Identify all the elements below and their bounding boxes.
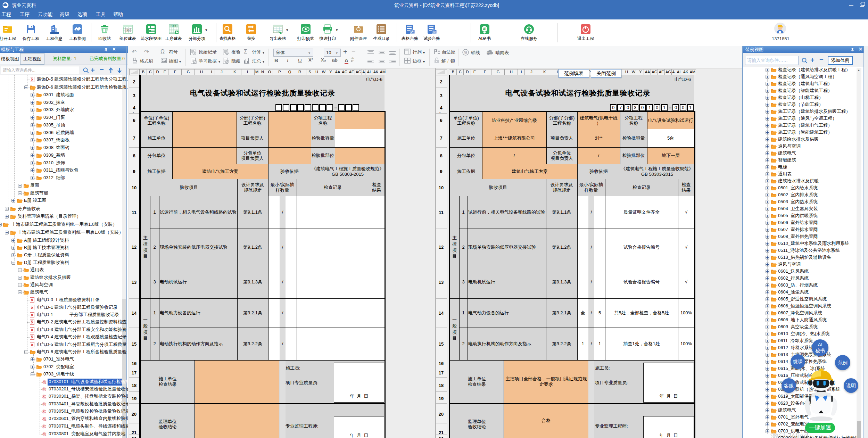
svg-text:部: 部 [126, 28, 130, 32]
svg-text:检: 检 [42, 432, 47, 437]
svg-text:7℃: 7℃ [487, 52, 490, 55]
svg-text:验: 验 [433, 30, 436, 34]
svg-text:检: 检 [42, 424, 47, 429]
svg-text:123: 123 [171, 25, 176, 28]
svg-text:检: 检 [42, 394, 47, 399]
svg-text:表: 表 [411, 30, 414, 34]
svg-text:检: 检 [42, 416, 47, 421]
svg-text:轴: 轴 [464, 51, 467, 54]
svg-text:AI: AI [483, 27, 486, 31]
svg-text:检: 检 [42, 380, 47, 385]
svg-text:检: 检 [42, 387, 47, 392]
svg-text:检: 检 [42, 402, 47, 407]
svg-text:检: 检 [42, 409, 47, 414]
